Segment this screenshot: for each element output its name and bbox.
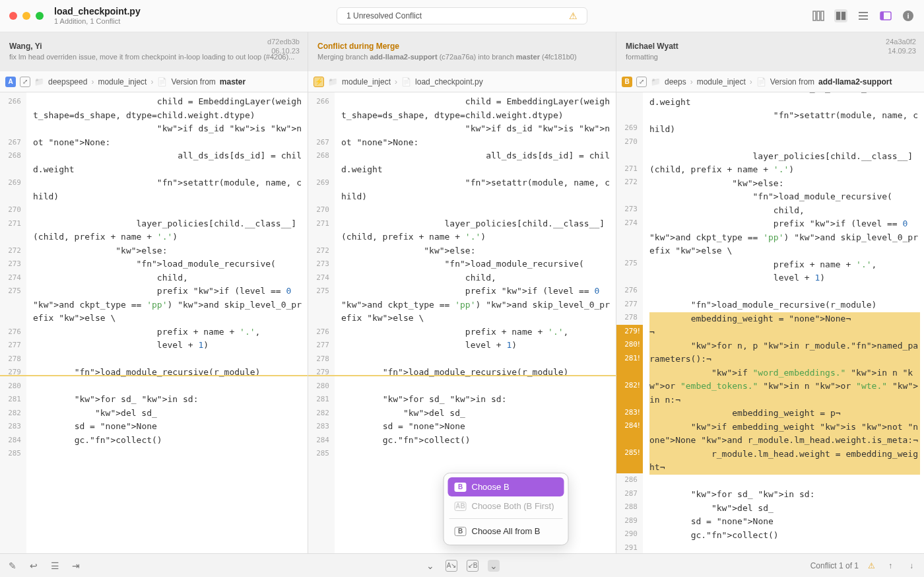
close-window-button[interactable]	[9, 12, 17, 20]
sidebar-toggle-icon[interactable]	[879, 9, 892, 22]
resolve-popup: B Choose B AB Choose Both (B First) B Ch…	[444, 473, 569, 545]
commit-author-right: Michael Wyatt	[626, 42, 915, 51]
chevron-right-icon: ›	[150, 77, 153, 86]
layout-split-icon[interactable]	[834, 9, 847, 22]
commit-info-center: Conflict during Merge Merging branch add…	[308, 32, 616, 71]
merge-title: Conflict during Merge	[317, 42, 607, 51]
commit-date-left: 06.10.23	[271, 47, 300, 55]
chevron-right-icon: ›	[750, 77, 752, 86]
chevron-down-icon[interactable]: ⌄	[488, 560, 500, 572]
folder-icon	[328, 77, 338, 86]
statusbar: ✎ ↩ ☰ ⇥ ⌄ A↘ ↙B ⌄ Conflict 1 of 1 ⚠︎ ↑ ↓	[0, 553, 924, 577]
commit-hash-left: d72edb3b	[267, 38, 300, 46]
breadcrumb-row: A ⤢ deepspeed › module_inject › Version …	[0, 71, 924, 92]
warning-icon: ⚠︎	[569, 11, 578, 21]
commit-meta-right: 24a3a0f2 14.09.23	[886, 38, 916, 55]
version-a-badge: A	[5, 77, 16, 87]
toolbar-right: i	[812, 9, 915, 22]
commit-desc-left: fix lm head overriden issue, move it fro…	[9, 52, 298, 61]
list-icon[interactable]	[857, 9, 870, 22]
chevron-right-icon: ›	[395, 77, 397, 86]
file-icon	[157, 77, 167, 86]
svg-rect-1	[817, 11, 820, 20]
info-icon[interactable]: i	[902, 9, 915, 22]
svg-rect-9	[880, 12, 884, 20]
commit-author-left: Wang, Yi	[9, 42, 298, 51]
choose-both-button[interactable]: AB Choose Both (B First)	[448, 496, 564, 516]
svg-text:i: i	[907, 12, 909, 20]
popup-divider	[449, 518, 563, 519]
commit-info-right: Michael Wyatt formatting 24a3a0f2 14.09.…	[616, 32, 924, 71]
choose-b-button[interactable]: B Choose B	[448, 477, 564, 496]
svg-rect-3	[836, 12, 840, 20]
folder-icon	[651, 77, 661, 86]
take-b-icon[interactable]: ↙B	[467, 560, 478, 572]
conflict-marker-left	[0, 375, 308, 376]
pane-left[interactable]: 2662672682692702712722732742752762772782…	[0, 92, 308, 553]
indent-icon[interactable]: ☰	[49, 560, 61, 572]
minimize-window-button[interactable]	[22, 12, 30, 20]
b-badge-icon: B	[455, 527, 467, 536]
choose-all-b-button[interactable]: B Choose All from B	[448, 522, 564, 541]
file-icon	[756, 77, 766, 86]
chevron-right-icon: ›	[91, 77, 94, 86]
svg-rect-4	[842, 12, 845, 20]
take-a-icon[interactable]: A↘	[446, 560, 457, 572]
maximize-window-button[interactable]	[36, 12, 44, 20]
commit-desc-right: formatting	[626, 52, 915, 61]
edit-icon[interactable]: ✎	[7, 560, 18, 572]
titlebar: load_checkpoint.py 1 Addition, 1 Conflic…	[0, 0, 924, 32]
conflict-position-text: Conflict 1 of 1	[810, 561, 859, 570]
commit-hash-right: 24a3a0f2	[886, 38, 916, 46]
statusbar-left: ✎ ↩ ☰ ⇥	[7, 560, 82, 572]
file-subtitle: 1 Addition, 1 Conflict	[54, 17, 141, 26]
file-title: load_checkpoint.py	[54, 6, 141, 17]
warning-icon: ⚠︎	[868, 561, 875, 570]
prev-conflict-icon[interactable]: ↑	[884, 560, 896, 572]
gutter-center: 2662672682692702712722732742752762772782…	[308, 92, 335, 553]
conflict-marker-center	[308, 375, 616, 376]
expand-icon[interactable]: ⤢	[636, 77, 647, 87]
wrap-icon[interactable]: ↩	[28, 560, 40, 572]
version-b-badge: B	[622, 77, 632, 87]
commit-meta-left: d72edb3b 06.10.23	[267, 38, 300, 55]
code-right[interactable]: all_ds_ids[ds_id] = child.weight "fn">se…	[645, 92, 924, 553]
pane-right[interactable]: 2692702712722732742752762772782792802812…	[616, 92, 924, 553]
commit-date-right: 14.09.23	[888, 47, 916, 55]
both-badge-icon: AB	[455, 502, 467, 511]
conflict-count-text: 1 Unresolved Conflict	[346, 11, 422, 20]
breadcrumb-right[interactable]: B ⤢ deeps › module_inject › Version from…	[616, 71, 924, 92]
merge-desc: Merging branch add-llama2-support (c72aa…	[317, 52, 607, 61]
gutter-right: 2692702712722732742752762772782792802812…	[616, 92, 643, 553]
conflict-status-pill[interactable]: 1 Unresolved Conflict ⚠︎	[337, 7, 587, 24]
expand-icon[interactable]: ⤢	[20, 77, 30, 87]
statusbar-right: Conflict 1 of 1 ⚠︎ ↑ ↓	[810, 560, 917, 572]
window-controls	[9, 12, 44, 20]
title-block: load_checkpoint.py 1 Addition, 1 Conflic…	[54, 6, 141, 26]
statusbar-center: ⌄ A↘ ↙B ⌄	[424, 560, 500, 572]
chevron-down-icon[interactable]: ⌄	[424, 560, 436, 572]
commit-info-row: Wang, Yi fix lm head overriden issue, mo…	[0, 32, 924, 71]
svg-rect-0	[813, 11, 816, 20]
gutter-left: 2662672682692702712722732742752762772782…	[0, 92, 26, 553]
next-conflict-icon[interactable]: ↓	[906, 560, 917, 572]
merge-badge: ⚡	[314, 77, 324, 87]
commit-info-left: Wang, Yi fix lm head overriden issue, mo…	[0, 32, 308, 71]
b-badge-icon: B	[455, 483, 467, 492]
breadcrumb-left[interactable]: A ⤢ deepspeed › module_inject › Version …	[0, 71, 308, 92]
chevron-right-icon: ›	[690, 77, 693, 86]
whitespace-icon[interactable]: ⇥	[70, 560, 82, 572]
svg-rect-2	[821, 11, 824, 20]
breadcrumb-center[interactable]: ⚡ module_inject › load_checkpoint.py	[308, 71, 616, 92]
code-left[interactable]: child = EmbeddingLayer(weight_shape=ds_s…	[29, 92, 308, 553]
folder-icon	[34, 77, 44, 86]
layout-columns-icon[interactable]	[812, 9, 825, 22]
file-icon	[401, 77, 411, 86]
